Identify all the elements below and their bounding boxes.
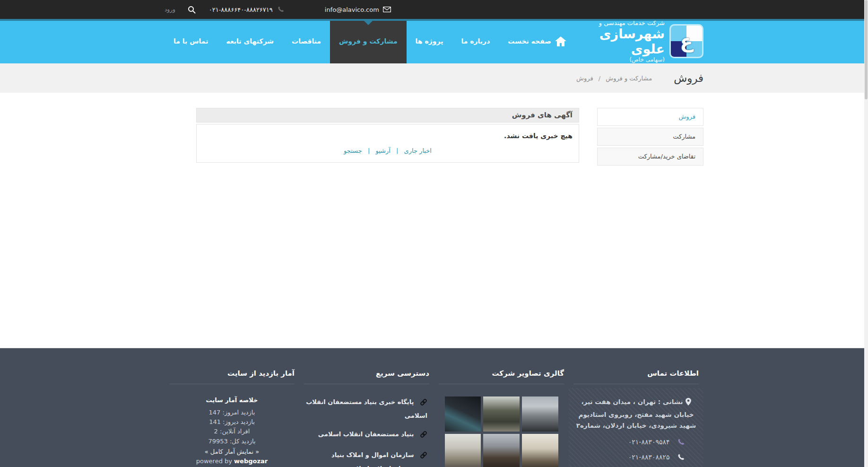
sidebar-item-sales[interactable]: فروش [597, 108, 703, 126]
topbar-phone: ۰۲۱-۸۸۸۶۶۴۰-۸۸۸۲۶۷۱۹ [209, 6, 284, 13]
footer-stats-heading: آمار بازدید از سایت [169, 369, 295, 378]
gallery-image-waiting-room[interactable] [522, 434, 558, 467]
nav-item-partnership-sales[interactable]: مشارکت و فروش [330, 19, 407, 63]
stats-today-label: بازدید امروز: [223, 409, 255, 416]
phone-icon [677, 439, 685, 447]
chain-link-icon [420, 451, 427, 463]
topbar: info@alavico.com ۰۲۱-۸۸۸۶۶۴۰-۸۸۸۲۶۷۱۹ ور… [0, 0, 868, 19]
topbar-email-text: info@alavico.com [325, 6, 379, 13]
sidebar-item-partnership-label: مشارکت [673, 133, 695, 140]
gallery-image-lobby[interactable] [445, 397, 481, 432]
footer-contact-heading: اطلاعات تماس [573, 369, 699, 378]
footer-gallery-heading: گالری تصاویر شرکت [439, 369, 564, 378]
nav-menu: صفحه نخست درباره ما پروژه ها مشارکت و فر… [165, 19, 575, 63]
chain-link-icon [420, 398, 427, 410]
gallery-image-meeting-room[interactable] [483, 434, 520, 467]
stats-yesterday-value: 141 [209, 418, 221, 425]
chain-link-icon [420, 431, 427, 442]
logo[interactable]: ع شرکت خدمات مهندسی و شهرسازی علوی (سهام… [589, 19, 703, 62]
nav-item-subsidiaries[interactable]: شرکتهای تابعه [217, 19, 283, 63]
main-navigation: ع شرکت خدمات مهندسی و شهرسازی علوی (سهام… [0, 19, 868, 63]
footer-divider [304, 384, 429, 384]
nav-item-contact[interactable]: تماس با ما [165, 19, 217, 63]
quick-link-label: بنیاد مستضعفان انقلاب اسلامی [318, 431, 414, 438]
breadcrumb-current[interactable]: فروش [576, 75, 593, 82]
contact-phones: ۰۲۱-۸۸۳۰۹۵۸۴ ۰۲۱-۸۸۳۰۸۸۲۵ ۰۲۱-۸۸۳۰۲۵۳۷ [573, 438, 699, 467]
current-news-link[interactable]: اخبار جاری [404, 147, 432, 154]
archive-link[interactable]: آرشیو [375, 147, 390, 154]
nav-item-partnership-sales-label: مشارکت و فروش [339, 37, 398, 45]
mail-icon [383, 7, 391, 12]
nav-item-about-label: درباره ما [461, 37, 490, 45]
quick-link-label: پایگاه خبری بنیاد مستضعفان انقلاب اسلامی [306, 398, 427, 419]
stats-subheading: خلاصه آمار سایت [169, 396, 295, 405]
breadcrumb-bar: فروش مشارکت و فروش / فروش [0, 63, 868, 93]
footer-divider [169, 384, 295, 384]
scrollbar-thumb[interactable] [865, 0, 868, 99]
page-title: فروش [674, 72, 703, 84]
quick-link-label: سازمان اموال و املاک بنیاد مستضعفان انقل… [331, 451, 427, 467]
quick-link-assets-organization[interactable]: سازمان اموال و املاک بنیاد مستضعفان انقل… [304, 449, 429, 467]
empty-message: هیچ خبری یافت نشد. [203, 132, 573, 140]
stats-yesterday-label: بازدید دیروز: [223, 418, 255, 425]
search-button[interactable] [188, 6, 196, 14]
stats-today: بازدید امروز: 147 [169, 408, 295, 417]
site-stats: خلاصه آمار سایت بازدید امروز: 147 بازدید… [169, 396, 295, 466]
stats-online-label: افراد آنلاین: [220, 428, 250, 435]
nav-item-tenders[interactable]: مناقصات [283, 19, 330, 63]
logo-text: شرکت خدمات مهندسی و شهرسازی علوی (سهامی … [589, 19, 665, 62]
nav-item-home[interactable]: صفحه نخست [499, 19, 575, 63]
logo-line1: شرکت خدمات مهندسی و [589, 19, 665, 26]
sidebar-item-partnership[interactable]: مشارکت [597, 128, 703, 146]
contact-phone-number: ۰۲۱-۸۸۳۰۹۵۸۴ [628, 438, 670, 446]
powered-by-prefix: powered by [196, 458, 234, 465]
stats-total-value: 79953 [208, 438, 227, 445]
gallery-image-building-exterior[interactable] [522, 397, 558, 432]
nav-item-projects[interactable]: پروژه ها [407, 19, 452, 63]
stats-online-value: 2 [214, 428, 218, 435]
footer-stats-column: آمار بازدید از سایت خلاصه آمار سایت بازد… [165, 369, 299, 467]
nav-item-about[interactable]: درباره ما [452, 19, 499, 63]
sidebar-item-sales-label: فروش [678, 113, 695, 120]
footer-gallery-column: گالری تصاویر شرکت [434, 369, 569, 467]
nav-item-home-label: صفحه نخست [508, 37, 551, 45]
stats-yesterday: بازدید دیروز: 141 [169, 417, 295, 427]
location-pin-icon [686, 398, 691, 409]
topbar-email[interactable]: info@alavico.com [325, 6, 391, 13]
quick-link-foundation[interactable]: بنیاد مستضعفان انقلاب اسلامی [304, 429, 429, 442]
gallery-image-office[interactable] [445, 434, 481, 467]
nav-item-tenders-label: مناقصات [292, 37, 321, 45]
quick-links-list: پایگاه خبری بنیاد مستضعفان انقلاب اسلامی… [304, 397, 429, 467]
scrollbar[interactable] [864, 0, 868, 467]
nav-item-subsidiaries-label: شرکتهای تابعه [226, 37, 274, 45]
stats-total: بازدید کل: 79953 [169, 437, 295, 446]
link-separator: | [368, 147, 370, 154]
contact-phone-row[interactable]: ۰۲۱-۸۸۳۰۸۸۲۵ [573, 453, 699, 462]
gallery-image-courtyard[interactable] [483, 397, 520, 432]
contact-address: نشانی : تهران ، میدان هفت تیر، خیابان شه… [573, 397, 699, 432]
sidebar-item-purchase-request[interactable]: تقاضای خرید/مشارکت [597, 148, 703, 166]
logo-mark-icon: ع [669, 24, 703, 58]
page-content: فروش مشارکت تقاضای خرید/مشارکت آگهی های … [0, 93, 868, 348]
contact-phone-row[interactable]: ۰۲۱-۸۸۳۰۹۵۸۴ [573, 438, 699, 447]
phone-icon [278, 6, 284, 13]
sales-ads-box-body: هیچ خبری یافت نشد. اخبار جاری | آرشیو | … [196, 124, 579, 163]
login-link[interactable]: ورود [165, 6, 175, 13]
sales-ads-box-title: آگهی های فروش [196, 108, 579, 123]
home-icon [555, 36, 566, 46]
full-stats-link[interactable]: « نمایش آمار کامل » [205, 447, 260, 457]
footer-divider [439, 384, 564, 384]
breadcrumb-separator: / [599, 75, 600, 82]
search-news-link[interactable]: جستجو [344, 147, 362, 154]
footer-quicklinks-column: دسترسی سریع پایگاه خبری بنیاد مستضعفان ا… [299, 369, 434, 467]
breadcrumb-parent-link[interactable]: مشارکت و فروش [606, 75, 652, 82]
stats-today-value: 147 [209, 409, 221, 416]
powered-by-brand: webgozar [234, 458, 268, 465]
logo-line2: شهرسازی علوی [589, 26, 665, 56]
quick-link-foundation-news[interactable]: پایگاه خبری بنیاد مستضعفان انقلاب اسلامی [304, 397, 429, 422]
logo-line3: (سهامی خاص) [589, 56, 665, 63]
powered-by[interactable]: powered by webgozar [169, 457, 295, 466]
stats-online: افراد آنلاین: 2 [169, 427, 295, 436]
company-gallery [445, 397, 558, 467]
footer-quicklinks-heading: دسترسی سریع [304, 369, 429, 378]
